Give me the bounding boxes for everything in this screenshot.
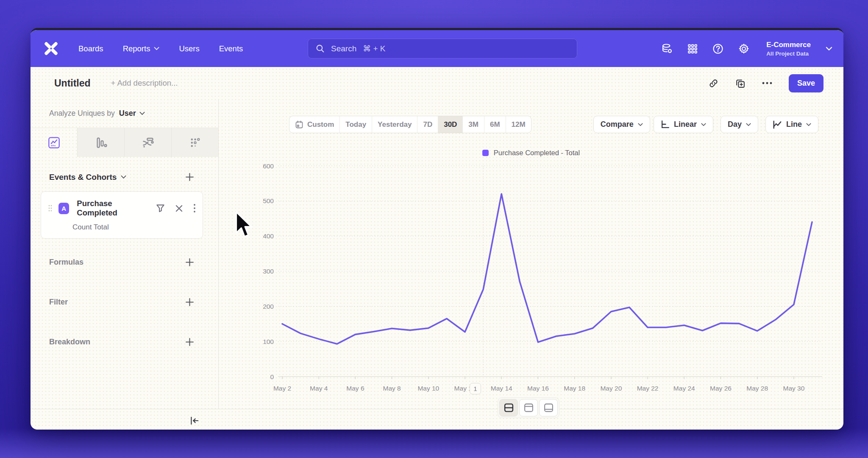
y-tick-label: 300: [263, 268, 274, 275]
tab-funnels-bars[interactable]: [78, 128, 125, 157]
app-window: BoardsReportsUsersEvents Search ⌘ + K: [31, 28, 843, 430]
settings-gear-icon[interactable]: [738, 43, 750, 55]
add-formulas-button[interactable]: [185, 257, 195, 267]
chart-type-button[interactable]: Line: [765, 116, 818, 133]
search-icon: [316, 44, 325, 53]
mixpanel-logo-icon[interactable]: [43, 41, 59, 56]
layout-top-panel-button[interactable]: [519, 399, 538, 416]
add-event-button[interactable]: [185, 172, 195, 182]
layout-split-horizontal-button[interactable]: [499, 399, 518, 416]
collapse-sidebar-icon[interactable]: [189, 416, 200, 426]
range-yesterday[interactable]: Yesterday: [372, 116, 417, 133]
nav-item-label: Boards: [78, 44, 103, 53]
x-tick-label: May 22: [637, 385, 659, 392]
layout-bottom-panel-button[interactable]: [539, 399, 558, 416]
y-tick-label: 100: [263, 338, 274, 345]
chevron-down-icon: [154, 47, 159, 50]
calendar-icon: [295, 120, 303, 129]
chevron-down-icon: [746, 123, 751, 126]
apps-grid-icon[interactable]: [687, 43, 698, 54]
range-label: 6M: [490, 120, 500, 129]
range-label: 7D: [423, 120, 432, 129]
range-label: 3M: [468, 120, 479, 129]
trend-line: [282, 194, 812, 344]
project-switcher[interactable]: E-Commerce All Project Data: [766, 41, 811, 57]
copy-link-icon[interactable]: [708, 78, 719, 89]
top-navbar: BoardsReportsUsersEvents Search ⌘ + K: [31, 30, 843, 67]
chart-toolbar: CustomTodayYesterday7D30D3M6M12M Compare…: [219, 116, 843, 133]
analyze-label: Analyze Uniques by: [49, 109, 115, 118]
events-cohorts-header: Events & Cohorts: [31, 157, 218, 182]
chevron-down-icon: [826, 47, 832, 51]
event-series-badge: A: [58, 203, 69, 214]
legend-swatch: [482, 150, 489, 156]
analyze-value-dropdown[interactable]: User: [119, 109, 136, 118]
bottom-bar: [31, 409, 843, 430]
y-tick-label: 200: [263, 303, 274, 310]
range-12m[interactable]: 12M: [506, 116, 531, 133]
report-type-tabs: [31, 128, 218, 157]
save-button[interactable]: Save: [789, 74, 823, 92]
filter-funnel-icon[interactable]: [156, 204, 165, 213]
sidebar-section-filter: Filter: [31, 282, 218, 322]
pagination-page[interactable]: 1: [470, 383, 481, 394]
project-scope: All Project Data: [766, 50, 811, 57]
event-name[interactable]: Purchase Completed: [77, 199, 150, 218]
tab-flows[interactable]: [125, 128, 172, 157]
nav-item-boards[interactable]: Boards: [78, 44, 103, 53]
range-label: 30D: [444, 120, 457, 129]
tab-insights[interactable]: [31, 128, 78, 157]
add-filter-button[interactable]: [185, 297, 195, 307]
section-label: Breakdown: [49, 338, 90, 346]
chevron-down-icon: [701, 123, 706, 126]
range-label: Today: [345, 120, 366, 129]
range-label: 12M: [512, 120, 526, 129]
date-range-segmented-control: CustomTodayYesterday7D30D3M6M12M: [289, 116, 531, 133]
events-cohorts-label[interactable]: Events & Cohorts: [49, 173, 117, 182]
drag-handle-icon[interactable]: [48, 204, 53, 212]
add-breakdown-button[interactable]: [185, 337, 195, 347]
interval-button[interactable]: Day: [721, 116, 758, 133]
range-label: Custom: [307, 120, 334, 129]
add-description-field[interactable]: + Add description...: [111, 78, 178, 88]
nav-item-reports[interactable]: Reports: [123, 44, 160, 53]
chevron-down-icon: [806, 123, 811, 126]
duplicate-icon[interactable]: [735, 78, 746, 89]
interval-label: Day: [728, 120, 742, 129]
more-options-icon[interactable]: [762, 81, 773, 85]
remove-event-icon[interactable]: [175, 204, 183, 212]
chart-legend[interactable]: Purchase Completed - Total: [219, 149, 843, 157]
nav-item-users[interactable]: Users: [179, 44, 199, 53]
legend-label: Purchase Completed - Total: [494, 149, 580, 157]
search-input[interactable]: Search ⌘ + K: [308, 39, 577, 59]
range-3m[interactable]: 3M: [463, 116, 484, 133]
range-custom[interactable]: Custom: [289, 116, 340, 133]
data-management-icon[interactable]: [661, 43, 673, 55]
chevron-down-icon: [121, 175, 126, 179]
range-7d[interactable]: 7D: [417, 116, 438, 133]
range-30d[interactable]: 30D: [438, 116, 463, 133]
event-card[interactable]: A Purchase Completed Count Total: [41, 191, 203, 239]
trend-chart[interactable]: 0100200300400500600May 2May 4May 6May 8M…: [254, 161, 826, 405]
sidebar-sections: FormulasFilterBreakdown: [31, 242, 218, 362]
range-today[interactable]: Today: [340, 116, 372, 133]
query-sidebar: Analyze Uniques by User: [31, 99, 219, 409]
x-tick-label: May 24: [673, 385, 695, 392]
event-more-options-icon[interactable]: [193, 204, 196, 213]
line-chart-icon: [773, 120, 782, 129]
event-metric[interactable]: Count Total: [72, 223, 196, 232]
project-name: E-Commerce: [766, 41, 811, 49]
help-icon[interactable]: [712, 43, 724, 55]
y-tick-label: 600: [263, 162, 274, 170]
nav-item-events[interactable]: Events: [219, 44, 243, 53]
x-tick-label: May 28: [746, 385, 768, 392]
report-title[interactable]: Untitled: [54, 78, 91, 89]
linear-axis-icon: [661, 120, 670, 129]
y-tick-label: 500: [263, 197, 274, 204]
scale-button[interactable]: Linear: [654, 116, 713, 133]
chevron-down-icon: [139, 112, 145, 115]
compare-label: Compare: [601, 120, 634, 129]
range-6m[interactable]: 6M: [484, 116, 506, 133]
compare-button[interactable]: Compare: [593, 116, 650, 133]
tab-retention[interactable]: [172, 128, 218, 157]
